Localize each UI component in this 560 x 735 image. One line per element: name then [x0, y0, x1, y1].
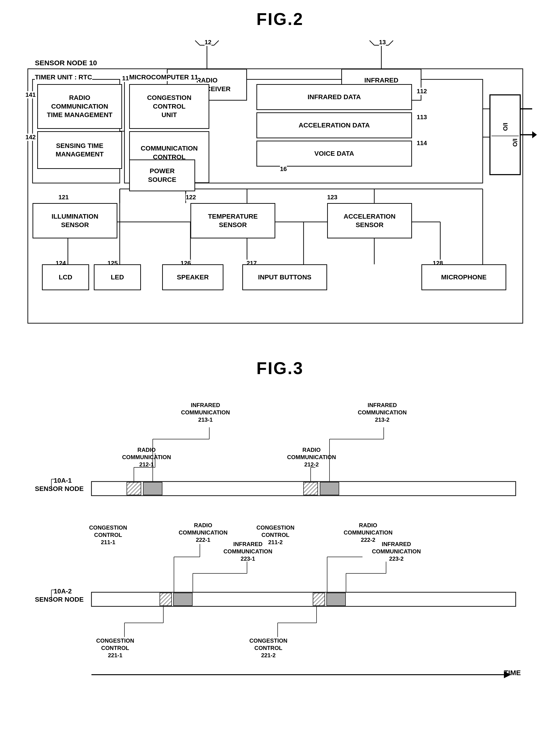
- svg-rect-54: [160, 593, 172, 606]
- led-box: LED: [94, 264, 141, 290]
- acceleration-sensor-box: ACCELERATIONSENSOR: [327, 203, 412, 239]
- sensing-time-mgmt-box: SENSING TIMEMANAGEMENT: [37, 131, 122, 169]
- illumination-sensor-box: ILLUMINATIONSENSOR: [33, 203, 117, 239]
- svg-rect-50: [143, 482, 162, 495]
- svg-rect-51: [304, 482, 318, 495]
- radio-222-1-label: RADIOCOMMUNICATION222-1: [179, 521, 228, 544]
- ref112: 112: [417, 88, 427, 95]
- svg-line-11: [388, 41, 393, 45]
- congestion-221-1-label: CONGESTIONCONTROL221-1: [96, 637, 134, 659]
- svg-rect-57: [327, 593, 346, 606]
- congestion-211-1-label: CONGESTIONCONTROL211-1: [89, 524, 127, 546]
- ref122: 122: [186, 194, 196, 201]
- acceleration-data-box: ACCELERATION DATA: [256, 112, 412, 138]
- power-source-box: POWERSOURCE: [129, 160, 195, 191]
- io1-label: I/O: [501, 123, 509, 131]
- svg-rect-56: [313, 593, 325, 606]
- node1-bracket: [33, 477, 56, 491]
- ref141: 141: [25, 91, 36, 99]
- ref142: 142: [25, 134, 36, 141]
- congestion-control-box: CONGESTIONCONTROLUNIT: [129, 84, 209, 129]
- svg-rect-49: [127, 482, 141, 495]
- fig3-diagram: 10A-1 SENSOR NODE RADIOCOMMUNICATION212-…: [21, 387, 539, 694]
- fig3-section: FIG.3: [19, 359, 541, 694]
- infrared-data-box: INFRARED DATA: [256, 84, 412, 110]
- svg-rect-53: [91, 592, 516, 606]
- ref121: 121: [58, 194, 69, 201]
- radio-comm-212-2-label: RADIOCOMMUNICATION212-2: [287, 446, 336, 468]
- congestion-221-2-label: CONGESTIONCONTROL221-2: [249, 637, 287, 659]
- input-buttons-box: INPUT BUTTONS: [242, 264, 327, 290]
- page: FIG.2: [0, 0, 560, 735]
- ref114: 114: [417, 140, 427, 147]
- microcomputer-label: MICROCOMPUTER 11: [129, 74, 198, 81]
- congestion-211-2-label: CONGESTIONCONTROL211-2: [256, 524, 294, 546]
- sensor-node-label: SENSOR NODE 10: [35, 59, 97, 67]
- svg-rect-52: [320, 482, 339, 495]
- radio-comm-mgmt-box: RADIOCOMMUNICATIONTIME MANAGEMENT: [37, 84, 122, 129]
- svg-marker-45: [532, 131, 537, 138]
- temperature-sensor-box: TEMPERATURESENSOR: [190, 203, 275, 239]
- node1-ref: 10A-1: [54, 477, 72, 484]
- microphone-box: MICROPHONE: [421, 264, 506, 290]
- infrared-comm-213-2-label: INFRAREDCOMMUNICATION213-2: [358, 401, 407, 423]
- infrared-223-2-label: INFRAREDCOMMUNICATION223-2: [372, 540, 421, 562]
- ref16: 16: [280, 165, 287, 173]
- ref113: 113: [417, 114, 427, 121]
- voice-data-box: VOICE DATA: [256, 141, 412, 167]
- lcd-box: LCD: [42, 264, 89, 290]
- svg-line-7: [214, 41, 219, 45]
- timer-unit-label: TIMER UNIT : RTC: [35, 74, 92, 81]
- node2-bracket: [33, 587, 56, 602]
- fig3-title: FIG.3: [19, 359, 541, 378]
- svg-rect-55: [173, 593, 192, 606]
- infrared-comm-213-1-label: INFRAREDCOMMUNICATION213-1: [181, 401, 230, 423]
- fig2-title: FIG.2: [19, 9, 541, 29]
- svg-line-6: [195, 41, 200, 45]
- node2-ref: 10A-2: [54, 587, 72, 595]
- ref123: 123: [327, 194, 337, 201]
- fig2-diagram: SENSOR NODE 10 12 13 RADIOTRANSCEIVER IN…: [21, 38, 539, 340]
- svg-line-10: [370, 41, 374, 45]
- io-box: I/O I/O: [490, 95, 520, 175]
- ref12: 12: [205, 39, 211, 46]
- ref13: 13: [379, 39, 386, 46]
- radio-comm-212-1-label: RADIOCOMMUNICATION212-1: [122, 446, 171, 468]
- fig2-lines: [21, 38, 539, 340]
- speaker-box: SPEAKER: [162, 264, 223, 290]
- time-label: TIME: [504, 669, 521, 677]
- io2-label: I/O: [491, 136, 519, 147]
